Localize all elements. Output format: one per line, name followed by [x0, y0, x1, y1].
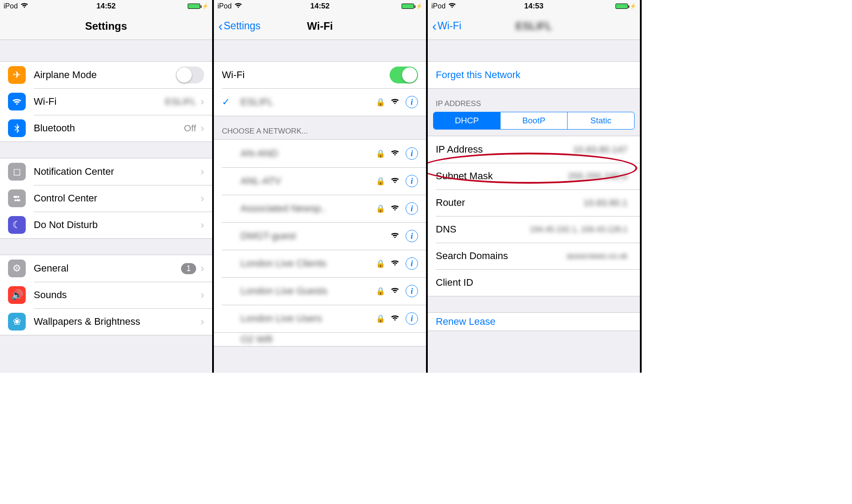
- wifi-signal-icon: [390, 149, 399, 158]
- back-label: Wi-Fi: [438, 20, 462, 32]
- status-time: 14:52: [214, 2, 426, 11]
- row-router[interactable]: Router 10.83.80.1: [428, 189, 640, 216]
- chevron-left-icon: ‹: [432, 20, 437, 33]
- dnd-label: Do Not Disturb: [34, 219, 201, 231]
- router-label: Router: [436, 197, 584, 209]
- seg-dhcp[interactable]: DHCP: [434, 112, 500, 129]
- row-network[interactable]: ✓London Live Clients🔒i: [214, 250, 426, 277]
- row-current-network[interactable]: ✓ ESLIFL 🔒 i: [214, 88, 426, 116]
- general-badge: 1: [181, 263, 196, 274]
- status-bar: iPod 14:52 ⚡: [0, 0, 212, 12]
- row-sounds[interactable]: 🔊 Sounds ›: [0, 282, 212, 308]
- dns-value: 194.45.192.1, 156.43.128.1: [530, 225, 627, 234]
- row-network[interactable]: ✓AN-AND🔒i: [214, 140, 426, 167]
- wifi-icon: [234, 2, 242, 10]
- router-value: 10.83.80.1: [584, 197, 627, 208]
- network-name: London Live Guests: [241, 285, 371, 297]
- row-network[interactable]: ✓Associated Newsp..🔒i: [214, 195, 426, 222]
- page-title: Settings: [0, 20, 212, 32]
- network-name: London Live Clients: [241, 258, 371, 269]
- device-label: iPod: [217, 2, 232, 10]
- info-icon[interactable]: i: [406, 285, 418, 297]
- nav-bar: Settings: [0, 12, 212, 40]
- row-network[interactable]: ✓ANL-ATV🔒i: [214, 167, 426, 195]
- row-control-center[interactable]: Control Center ›: [0, 185, 212, 212]
- row-notification-center[interactable]: ◻ Notification Center ›: [0, 158, 212, 185]
- nav-bar: ‹ Settings Wi-Fi: [214, 12, 426, 40]
- row-wifi-toggle[interactable]: Wi-Fi: [214, 62, 426, 88]
- flower-icon: ❀: [8, 313, 26, 331]
- ip-mode-segmented-control[interactable]: DHCP BootP Static: [433, 112, 635, 130]
- wifi-value: ESLIFL: [165, 96, 196, 107]
- general-label: General: [34, 263, 181, 274]
- device-label: iPod: [4, 2, 18, 10]
- wifi-signal-icon: [390, 286, 399, 296]
- dns-label: DNS: [436, 224, 530, 235]
- bluetooth-label: Bluetooth: [34, 122, 184, 134]
- wifi-icon: [20, 2, 28, 10]
- network-name: DMGT-guest: [241, 230, 385, 242]
- info-icon[interactable]: i: [406, 230, 418, 242]
- row-subnet-mask[interactable]: Subnet Mask 255.255.240.0: [428, 163, 640, 189]
- row-network-partial[interactable]: ✓ O2 Wifi: [214, 333, 426, 346]
- forget-network-button[interactable]: Forget this Network: [428, 62, 640, 88]
- svg-rect-2: [16, 199, 20, 201]
- client-label: Client ID: [436, 277, 632, 288]
- back-button[interactable]: ‹ Wi-Fi: [432, 20, 462, 33]
- info-icon[interactable]: i: [406, 202, 418, 215]
- battery-icon: [402, 4, 414, 9]
- seg-bootp[interactable]: BootP: [500, 112, 567, 129]
- back-button[interactable]: ‹ Settings: [218, 20, 260, 33]
- chevron-right-icon: ›: [201, 262, 204, 275]
- svg-point-1: [17, 196, 19, 198]
- device-label: iPod: [431, 2, 446, 10]
- row-client-id[interactable]: Client ID: [428, 269, 640, 296]
- search-label: Search Domains: [436, 250, 567, 262]
- gear-icon: ⚙: [8, 260, 26, 277]
- row-search-domains[interactable]: Search Domains assocnews.co.uk: [428, 243, 640, 269]
- info-icon[interactable]: i: [406, 147, 418, 160]
- chevron-right-icon: ›: [201, 192, 204, 205]
- control-label: Control Center: [34, 193, 201, 204]
- subnet-label: Subnet Mask: [436, 170, 568, 182]
- info-icon[interactable]: i: [406, 312, 418, 325]
- row-network[interactable]: ✓London Live Users🔒i: [214, 305, 426, 332]
- bluetooth-icon: [8, 119, 26, 137]
- speaker-icon: 🔊: [8, 286, 26, 304]
- row-network[interactable]: ✓DMGT-guesti: [214, 222, 426, 250]
- wifi-switch[interactable]: [390, 67, 418, 83]
- lock-icon: 🔒: [376, 259, 385, 268]
- row-do-not-disturb[interactable]: ☾ Do Not Disturb ›: [0, 212, 212, 238]
- seg-static[interactable]: Static: [567, 112, 634, 129]
- network-name: ANL-ATV: [241, 175, 371, 187]
- row-general[interactable]: ⚙ General 1 ›: [0, 255, 212, 282]
- renew-lease-button[interactable]: Renew Lease: [428, 313, 640, 331]
- row-airplane-mode[interactable]: ✈ Airplane Mode: [0, 62, 212, 88]
- battery-icon: [615, 4, 628, 9]
- screen-wifi: iPod 14:52 ⚡ ‹ Settings Wi-Fi Wi-Fi ✓ ES…: [214, 0, 428, 373]
- moon-icon: ☾: [8, 216, 26, 234]
- airplane-switch[interactable]: [176, 67, 204, 83]
- wifi-signal-icon: [390, 97, 399, 107]
- wifi-signal-icon: [390, 259, 399, 268]
- wifi-signal-icon: [390, 314, 399, 323]
- network-name: AN-AND: [241, 148, 371, 159]
- row-bluetooth[interactable]: Bluetooth Off ›: [0, 115, 212, 142]
- row-dns[interactable]: DNS 194.45.192.1, 156.43.128.1: [428, 216, 640, 243]
- info-icon[interactable]: i: [406, 257, 418, 270]
- info-icon[interactable]: i: [406, 175, 418, 187]
- info-icon[interactable]: i: [406, 96, 418, 108]
- chevron-right-icon: ›: [201, 165, 204, 178]
- check-icon: ✓: [222, 96, 232, 108]
- row-ip-address[interactable]: IP Address 10.83.80.147: [428, 136, 640, 163]
- row-wallpapers[interactable]: ❀ Wallpapers & Brightness ›: [0, 308, 212, 335]
- nav-bar: ‹ Wi-Fi ESLIFL: [428, 12, 640, 40]
- wifi-label: Wi-Fi: [34, 96, 165, 107]
- lock-icon: 🔒: [376, 149, 385, 158]
- wifi-toggle-label: Wi-Fi: [222, 69, 390, 81]
- chevron-right-icon: ›: [201, 315, 204, 328]
- row-wifi[interactable]: Wi-Fi ESLIFL ›: [0, 88, 212, 115]
- charging-icon: ⚡: [630, 3, 636, 9]
- row-network[interactable]: ✓London Live Guests🔒i: [214, 277, 426, 305]
- chevron-right-icon: ›: [201, 122, 204, 134]
